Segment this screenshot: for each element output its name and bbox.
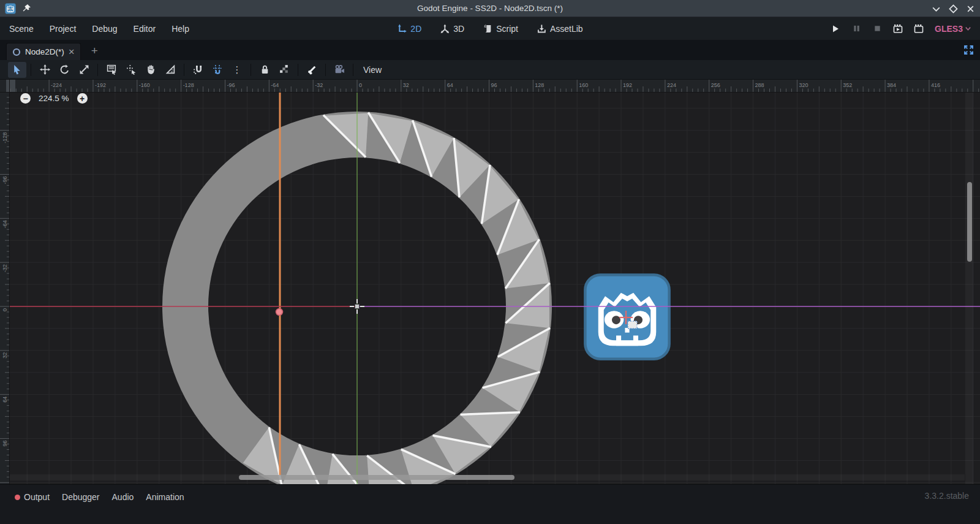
list-select-icon [107, 64, 117, 75]
pan-hand-icon [146, 64, 156, 75]
zoom-controls: − 224.5 % + [20, 93, 88, 104]
output-alert-dot [15, 495, 20, 500]
minimize-icon[interactable] [932, 4, 941, 13]
svg-text:224: 224 [667, 82, 676, 88]
svg-text:64: 64 [447, 82, 453, 88]
play-button[interactable] [828, 21, 843, 36]
svg-text:-192: -192 [95, 82, 106, 88]
svg-text:-224: -224 [51, 82, 62, 88]
bone-icon [307, 64, 317, 75]
control-point[interactable] [276, 309, 283, 316]
camera-icon [334, 64, 345, 75]
3d-axes-icon [440, 24, 450, 34]
play-scene-button[interactable] [891, 21, 905, 36]
2d-axes-icon [397, 24, 407, 34]
grid-snap-icon [213, 64, 223, 75]
panel-audio-button[interactable]: Audio [106, 491, 140, 503]
ruler-tool-button[interactable] [161, 62, 179, 78]
scale-icon [79, 64, 89, 75]
svg-text:-128: -128 [183, 82, 194, 88]
svg-text:-32: -32 [2, 264, 8, 272]
v-scrollbar-thumb[interactable] [967, 182, 972, 262]
svg-text:416: 416 [931, 82, 940, 88]
workspace-script-button[interactable]: Script [478, 21, 523, 36]
svg-text:288: 288 [755, 82, 764, 88]
snap-options-button[interactable]: ⋮ [228, 62, 246, 78]
svg-text:-160: -160 [139, 82, 150, 88]
renderer-dropdown[interactable]: GLES3 [932, 22, 974, 36]
panel-output-button[interactable]: Output [9, 491, 56, 503]
pivot-tool-button[interactable] [122, 62, 140, 78]
ruler-icon [165, 64, 176, 75]
tab-close-icon[interactable]: × [69, 48, 75, 56]
2d-viewport: -224-192-160-128-96-64-32032649612816019… [0, 80, 980, 484]
play-custom-scene-button[interactable] [911, 21, 926, 36]
workspace-2d-button[interactable]: 2D [392, 21, 426, 36]
scale-tool-button[interactable] [75, 62, 93, 78]
zoom-in-button[interactable]: + [77, 93, 88, 104]
svg-text:-64: -64 [271, 82, 279, 88]
svg-text:96: 96 [491, 82, 497, 88]
assetlib-download-icon [537, 24, 546, 34]
svg-text:-128: -128 [2, 132, 8, 143]
camera-override-button[interactable] [330, 62, 349, 78]
scene-tab-node2d[interactable]: Node2D(*) × [6, 43, 81, 60]
scene-tab-bar: Node2D(*) × + [0, 40, 980, 60]
svg-text:256: 256 [711, 82, 720, 88]
zoom-level[interactable]: 224.5 % [39, 94, 69, 103]
node2d-icon [12, 48, 21, 56]
stop-button[interactable] [870, 21, 884, 36]
menu-project[interactable]: Project [44, 21, 82, 37]
smart-snap-button[interactable] [189, 62, 207, 78]
maximize-icon[interactable] [949, 4, 958, 13]
menu-editor[interactable]: Editor [128, 21, 162, 37]
viewport-canvas[interactable]: -224-192-160-128-96-64-32032649612816019… [0, 80, 980, 484]
expand-viewport-icon[interactable] [963, 45, 974, 55]
group-object-button[interactable] [275, 62, 293, 78]
view-menu[interactable]: View [357, 63, 388, 77]
move-tool-button[interactable] [36, 62, 54, 78]
panel-debugger-button[interactable]: Debugger [56, 491, 106, 503]
group-icon [279, 64, 290, 75]
svg-text:-64: -64 [2, 220, 8, 228]
bottom-panel-bar: Output Debugger Audio Animation 3.3.2.st… [0, 484, 980, 524]
godot-window: Godot Engine - SS2D - Node2D.tscn (*) Sc… [0, 0, 980, 524]
pin-icon[interactable] [21, 4, 31, 13]
select-tool-button[interactable] [8, 62, 26, 78]
title-bar[interactable]: Godot Engine - SS2D - Node2D.tscn (*) [0, 0, 980, 17]
menu-debug[interactable]: Debug [86, 21, 123, 37]
skeleton-options-button[interactable] [303, 62, 321, 78]
svg-text:64: 64 [2, 397, 8, 403]
menu-scene[interactable]: Scene [4, 21, 39, 37]
move-icon [40, 64, 50, 75]
pause-button[interactable] [849, 21, 864, 36]
v-scrollbar-track [965, 92, 973, 484]
svg-text:128: 128 [535, 82, 544, 88]
workspace-assetlib-button[interactable]: AssetLib [532, 21, 588, 36]
workspace-3d-button[interactable]: 3D [435, 21, 469, 36]
zoom-out-button[interactable]: − [20, 93, 31, 104]
svg-text:-32: -32 [315, 82, 323, 88]
svg-text:384: 384 [887, 82, 896, 88]
godot-app-icon [5, 3, 16, 14]
add-scene-tab-button[interactable]: + [88, 44, 101, 58]
list-select-tool-button[interactable] [102, 62, 121, 78]
lock-icon [260, 64, 270, 75]
menu-help[interactable]: Help [166, 21, 195, 37]
h-scrollbar-thumb[interactable] [239, 475, 514, 480]
svg-text:0: 0 [2, 308, 8, 311]
script-icon [483, 24, 492, 34]
window-title: Godot Engine - SS2D - Node2D.tscn (*) [0, 4, 980, 13]
grid-snap-button[interactable] [208, 62, 227, 78]
svg-text:96: 96 [2, 441, 8, 447]
svg-text:192: 192 [623, 82, 632, 88]
close-icon[interactable] [966, 4, 975, 13]
pan-tool-button[interactable] [141, 62, 160, 78]
chevron-down-icon [965, 25, 971, 32]
rotate-tool-button[interactable] [55, 62, 74, 78]
svg-text:32: 32 [403, 82, 409, 88]
panel-animation-button[interactable]: Animation [140, 491, 190, 503]
svg-text:-96: -96 [2, 176, 8, 184]
svg-text:0: 0 [359, 82, 362, 88]
lock-object-button[interactable] [255, 62, 274, 78]
